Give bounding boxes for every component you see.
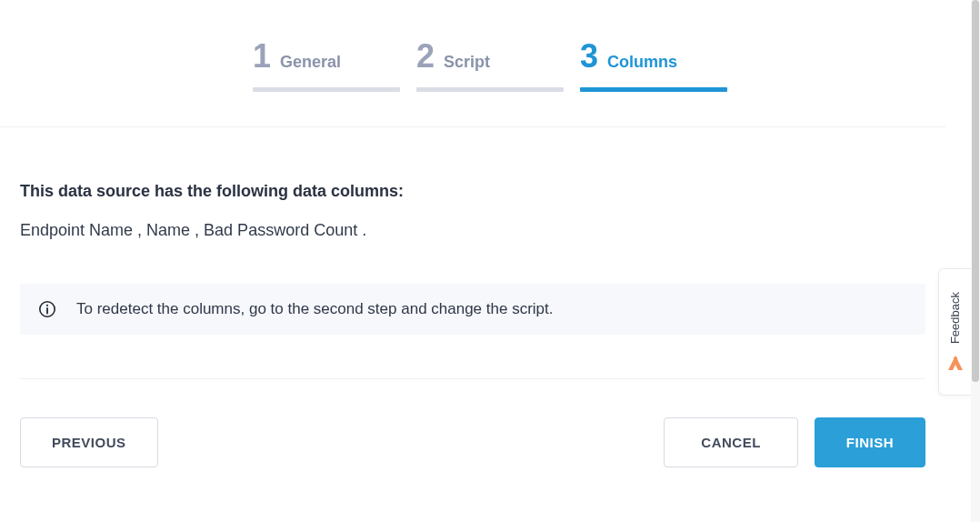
feedback-label: Feedback bbox=[948, 292, 962, 344]
step-label: Script bbox=[444, 53, 490, 72]
step-number: 2 bbox=[416, 40, 435, 73]
step-general[interactable]: 1 General bbox=[253, 40, 400, 92]
svg-point-2 bbox=[46, 305, 48, 306]
previous-button[interactable]: PREVIOUS bbox=[20, 417, 158, 467]
scrollbar-thumb[interactable] bbox=[972, 0, 979, 382]
feedback-tab[interactable]: Feedback bbox=[938, 268, 971, 396]
vertical-scrollbar[interactable] bbox=[971, 0, 980, 522]
columns-content: This data source has the following data … bbox=[0, 127, 945, 379]
step-progress-bar bbox=[580, 87, 727, 92]
wizard-stepper: 1 General 2 Script 3 Columns bbox=[0, 0, 980, 92]
step-number: 3 bbox=[580, 40, 598, 73]
columns-list-text: Endpoint Name , Name , Bad Password Coun… bbox=[20, 221, 925, 240]
finish-button[interactable]: FINISH bbox=[815, 417, 925, 467]
step-label: General bbox=[280, 53, 341, 72]
info-box: To redetect the columns, go to the secon… bbox=[20, 284, 925, 335]
step-progress-bar bbox=[416, 87, 564, 92]
step-progress-bar bbox=[253, 87, 400, 92]
step-script[interactable]: 2 Script bbox=[416, 40, 564, 92]
columns-heading: This data source has the following data … bbox=[20, 182, 925, 201]
cancel-button[interactable]: CANCEL bbox=[664, 417, 798, 467]
feedback-logo-icon bbox=[946, 356, 965, 372]
step-columns[interactable]: 3 Columns bbox=[580, 40, 727, 92]
svg-point-3 bbox=[953, 356, 956, 360]
info-text: To redetect the columns, go to the secon… bbox=[76, 300, 554, 318]
info-icon bbox=[38, 300, 56, 318]
step-label: Columns bbox=[607, 53, 677, 72]
wizard-buttons-row: PREVIOUS CANCEL FINISH bbox=[0, 379, 945, 467]
step-number: 1 bbox=[253, 40, 271, 73]
